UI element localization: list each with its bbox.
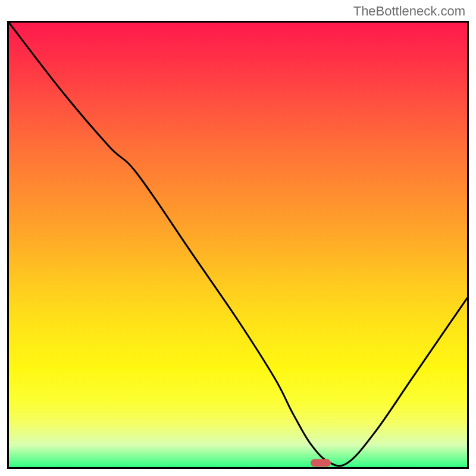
watermark-text: TheBottleneck.com [353,4,465,19]
chart-plot-area [7,21,469,469]
optimal-marker [311,459,331,466]
bottleneck-curve [9,23,467,467]
